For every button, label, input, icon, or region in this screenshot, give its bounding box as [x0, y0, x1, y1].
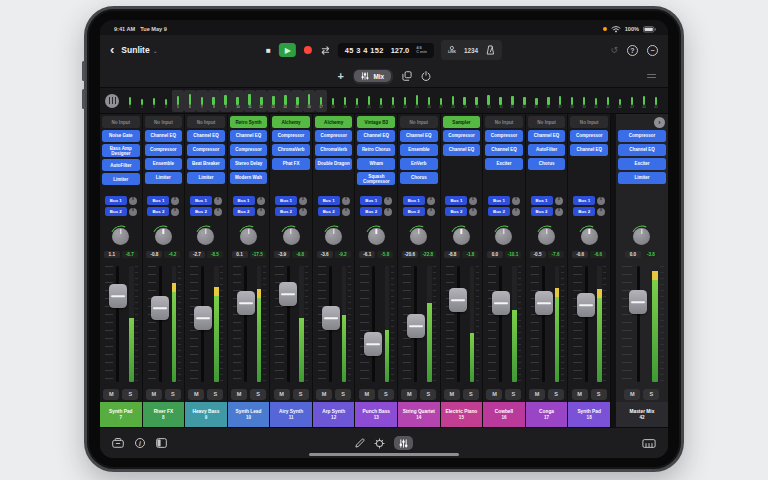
- input-button[interactable]: No Input: [485, 116, 523, 128]
- plugin-button[interactable]: AutoFilter: [528, 144, 566, 156]
- fader-handle[interactable]: [492, 291, 510, 315]
- send-knob[interactable]: [129, 197, 137, 205]
- plugin-button[interactable]: Chorus: [400, 172, 438, 184]
- track-label[interactable]: Synth Pad 7: [100, 402, 142, 427]
- pan-knob[interactable]: [368, 228, 385, 245]
- overview-track[interactable]: 5: [172, 90, 184, 112]
- solo-button[interactable]: S: [643, 389, 659, 400]
- mute-button[interactable]: M: [316, 389, 332, 400]
- volume-value[interactable]: -0.5: [530, 251, 546, 258]
- send-knob[interactable]: [597, 197, 605, 205]
- volume-value[interactable]: 0.0: [625, 251, 641, 258]
- overview-track[interactable]: 23: [387, 90, 399, 112]
- send-button[interactable]: Bus 2: [275, 207, 297, 216]
- pan-knob[interactable]: [495, 228, 512, 245]
- solo-button[interactable]: S: [122, 389, 138, 400]
- help-button[interactable]: ?: [627, 45, 638, 56]
- send-knob[interactable]: [469, 208, 477, 216]
- overview-track[interactable]: 26: [423, 90, 435, 112]
- plugin-button[interactable]: Double Dragon: [315, 158, 353, 170]
- track-label[interactable]: Heavy Bass 9: [185, 402, 227, 427]
- mute-button[interactable]: M: [146, 389, 162, 400]
- controls-knob-icon[interactable]: [374, 438, 385, 449]
- overview-track[interactable]: 25: [411, 90, 423, 112]
- undo-icon[interactable]: ↺: [610, 45, 618, 55]
- overview-track[interactable]: 17: [315, 90, 327, 112]
- track-label[interactable]: Airy Synth 11: [270, 402, 312, 427]
- overview-track[interactable]: 13: [267, 90, 279, 112]
- overview-track[interactable]: 31: [483, 90, 495, 112]
- plugin-button[interactable]: Chorus: [528, 158, 566, 170]
- overview-track[interactable]: 16: [303, 90, 315, 112]
- send-button[interactable]: Bus 1: [488, 196, 510, 205]
- send-knob[interactable]: [171, 197, 179, 205]
- plugin-button[interactable]: Phat FX: [272, 158, 310, 170]
- send-knob[interactable]: [384, 197, 392, 205]
- send-button[interactable]: Bus 2: [445, 207, 467, 216]
- input-button[interactable]: No Input: [400, 116, 438, 128]
- overview-track[interactable]: 36: [542, 90, 554, 112]
- input-button[interactable]: No Input: [102, 116, 140, 128]
- count-in-button[interactable]: 1234: [464, 47, 478, 54]
- volume-value[interactable]: -0.6: [572, 251, 588, 258]
- plugin-button[interactable]: Squash Compressor: [357, 172, 395, 185]
- plugin-button[interactable]: Compressor: [570, 130, 608, 142]
- send-knob[interactable]: [512, 208, 520, 216]
- mute-button[interactable]: M: [359, 389, 375, 400]
- plugin-button[interactable]: Compressor: [272, 130, 310, 142]
- scroll-right-button[interactable]: ›: [654, 117, 665, 128]
- add-track-button[interactable]: +: [337, 71, 343, 82]
- send-button[interactable]: Bus 1: [573, 196, 595, 205]
- pan-knob[interactable]: [581, 228, 598, 245]
- play-button[interactable]: ▶: [279, 43, 296, 57]
- track-label[interactable]: Synth Lead 10: [228, 402, 270, 427]
- fader-handle[interactable]: [449, 288, 467, 312]
- plugin-button[interactable]: Compressor: [187, 144, 225, 156]
- send-button[interactable]: Bus 1: [360, 196, 382, 205]
- fader-handle[interactable]: [237, 291, 255, 315]
- send-knob[interactable]: [469, 197, 477, 205]
- overview-track[interactable]: 44: [638, 90, 650, 112]
- plugin-button[interactable]: Bass Amp Designer: [102, 144, 140, 157]
- plugin-button[interactable]: Compressor: [485, 130, 523, 142]
- cycle-icon[interactable]: [320, 46, 331, 55]
- pan-knob[interactable]: [197, 228, 214, 245]
- solo-button[interactable]: S: [591, 389, 607, 400]
- sidebar-panel-icon[interactable]: [156, 438, 167, 448]
- overview-track[interactable]: 28: [447, 90, 459, 112]
- back-button[interactable]: ‹: [110, 43, 114, 56]
- overview-track[interactable]: 37: [554, 90, 566, 112]
- overview-mode-button[interactable]: [105, 94, 119, 108]
- volume-value[interactable]: 0.1: [232, 251, 248, 258]
- send-button[interactable]: Bus 2: [488, 207, 510, 216]
- plugin-button[interactable]: Channel EQ: [230, 130, 268, 142]
- mixer-view-button[interactable]: [394, 436, 413, 450]
- track-label[interactable]: Master Mix 42: [616, 402, 668, 427]
- overview-track[interactable]: 34: [518, 90, 530, 112]
- overview-track[interactable]: 21: [363, 90, 375, 112]
- power-icon[interactable]: [421, 71, 431, 81]
- mix-view-tab[interactable]: Mix: [354, 70, 391, 82]
- fader-handle[interactable]: [322, 306, 340, 330]
- track-label[interactable]: Arp Synth 12: [313, 402, 355, 427]
- overview-track[interactable]: 9: [220, 90, 232, 112]
- plugin-button[interactable]: Channel EQ: [187, 130, 225, 142]
- plugin-button[interactable]: Channel EQ: [443, 144, 481, 156]
- plugin-button[interactable]: AutoFilter: [102, 159, 140, 171]
- send-knob[interactable]: [342, 208, 350, 216]
- overview-track[interactable]: 27: [435, 90, 447, 112]
- plugin-button[interactable]: Compressor: [315, 130, 353, 142]
- send-button[interactable]: Bus 2: [573, 207, 595, 216]
- track-label[interactable]: String Quartet 14: [398, 402, 440, 427]
- volume-value[interactable]: -8.8: [444, 251, 460, 258]
- solo-button[interactable]: S: [420, 389, 436, 400]
- plugin-button[interactable]: ChromaVerb: [272, 144, 310, 156]
- send-knob[interactable]: [299, 197, 307, 205]
- pan-knob[interactable]: [325, 228, 342, 245]
- track-label[interactable]: Electric Piano 15: [441, 402, 483, 427]
- mute-button[interactable]: M: [401, 389, 417, 400]
- pan-knob[interactable]: [633, 228, 650, 245]
- send-knob[interactable]: [257, 208, 265, 216]
- send-knob[interactable]: [384, 208, 392, 216]
- browser-icon[interactable]: [112, 438, 124, 448]
